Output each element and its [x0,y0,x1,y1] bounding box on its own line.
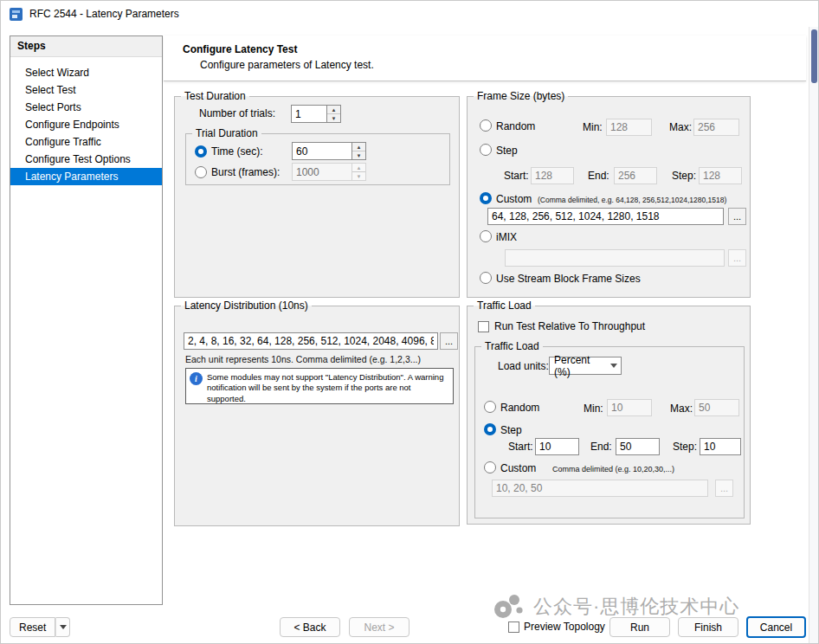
burst-frames-spinner: ▲ ▼ [292,163,366,181]
relative-throughput-label: Run Test Relative To Throughput [494,320,645,332]
relative-throughput-checkbox[interactable] [478,321,489,332]
steps-list: Select Wizard Select Test Select Ports C… [10,57,162,185]
spinner-up-icon[interactable]: ▲ [327,106,340,114]
spinner-buttons[interactable]: ▲ ▼ [351,142,366,160]
load-max-label: Max: [670,402,693,415]
cancel-button[interactable]: Cancel [746,616,806,638]
frame-size-random-label: Random [496,120,535,132]
frame-size-stepfield-label: Step: [672,170,696,182]
traffic-load-group-title: Traffic Load [474,299,535,312]
wizard-window: RFC 2544 - Latency Parameters Steps Sele… [0,0,819,644]
traffic-load-inner-group: Traffic Load Load units: Percent (%) Ran… [474,346,745,518]
frame-size-step-radio[interactable] [480,144,492,156]
load-custom-hint: Comma delimited (e.g. 10,20,30,...) [552,465,674,473]
burst-frames-input [292,163,351,181]
page-header: Configure Latency Test Configure paramet… [164,35,806,81]
reset-button[interactable]: Reset [10,617,55,637]
load-end-label: End: [590,441,612,453]
frame-size-custom-input[interactable] [487,208,724,225]
frame-size-max-label: Max: [669,121,692,133]
frame-size-min-label: Min: [583,121,603,133]
traffic-load-group: Traffic Load Run Test Relative To Throug… [467,306,751,525]
burst-frames-radio[interactable] [195,166,207,178]
frame-size-min-input [606,119,652,136]
load-stepfield-input[interactable] [700,438,741,455]
back-button[interactable]: < Back [280,617,340,637]
load-min-input [607,399,652,416]
frame-size-stepfield-input [699,167,742,184]
load-units-select[interactable]: Percent (%) [549,357,622,375]
load-units-value: Percent (%) [554,354,607,378]
chevron-down-icon [607,364,621,368]
spinner-down-icon: ▼ [352,172,365,180]
trial-duration-group: Trial Duration Time (sec): ▲ ▼ Burst (fr… [185,133,450,185]
spinner-up-icon[interactable]: ▲ [352,143,365,151]
finish-button[interactable]: Finish [678,617,738,637]
number-of-trials-spinner: ▲ ▼ [291,105,341,123]
reset-split-button: Reset [10,617,70,637]
frame-size-end-input [614,167,657,184]
trial-duration-group-title: Trial Duration [192,127,261,140]
load-custom-radio[interactable] [484,461,496,473]
spinner-buttons: ▲ ▼ [351,163,366,181]
sidebar-item-select-wizard[interactable]: Select Wizard [10,64,162,81]
frame-size-end-label: End: [588,170,609,182]
latency-distribution-group-title: Latency Distribution (10ns) [181,299,312,312]
frame-size-max-input [693,119,739,136]
number-of-trials-input[interactable] [291,105,326,123]
frame-size-imix-radio[interactable] [480,230,492,242]
steps-sidebar: Steps Select Wizard Select Test Select P… [10,35,163,605]
sidebar-item-configure-test-options[interactable]: Configure Test Options [10,151,162,168]
title-bar: RFC 2544 - Latency Parameters [1,1,818,27]
page-title: Configure Latency Test [183,43,297,55]
next-button: Next > [349,617,410,637]
time-sec-spinner: ▲ ▼ [292,142,366,160]
sidebar-item-select-ports[interactable]: Select Ports [10,99,162,116]
sidebar-item-select-test[interactable]: Select Test [10,81,162,99]
frame-size-imix-input [505,249,725,267]
spinner-up-icon: ▲ [352,164,365,172]
load-start-input[interactable] [535,438,579,455]
sidebar-item-configure-traffic[interactable]: Configure Traffic [10,133,162,151]
load-step-radio[interactable] [484,423,496,435]
test-duration-group: Test Duration Number of trials: ▲ ▼ Tria… [174,96,460,298]
frame-size-random-radio[interactable] [480,119,492,132]
load-custom-label: Custom [500,462,536,474]
load-step-label: Step [500,424,522,436]
spinner-buttons[interactable]: ▲ ▼ [326,105,341,123]
latency-distribution-browse-button[interactable]: ... [440,332,458,350]
time-sec-label: Time (sec): [211,145,263,158]
number-of-trials-label: Number of trials: [199,107,275,119]
run-button[interactable]: Run [609,617,670,637]
load-units-label: Load units: [498,360,549,372]
spinner-down-icon[interactable]: ▼ [352,151,365,159]
spinner-down-icon[interactable]: ▼ [327,114,340,122]
load-random-label: Random [500,402,539,414]
latency-distribution-group: Latency Distribution (10ns) ... Each uni… [174,306,460,526]
frame-size-custom-radio[interactable] [480,192,492,204]
frame-size-start-input [531,167,574,184]
sidebar-item-configure-endpoints[interactable]: Configure Endpoints [10,116,162,133]
frame-size-start-label: Start: [504,170,529,182]
load-end-input[interactable] [616,438,660,455]
load-custom-browse-button: ... [715,480,733,497]
traffic-load-inner-group-title: Traffic Load [481,340,543,353]
sidebar-item-latency-parameters[interactable]: Latency Parameters [10,168,162,185]
frame-size-group: Frame Size (bytes) Random Min: Max: Step… [467,96,751,298]
frame-size-custom-label: Custom [496,193,532,205]
frame-size-imix-label: iMIX [496,231,517,243]
frame-size-custom-browse-button[interactable]: ... [728,208,746,225]
frame-size-stream-block-radio[interactable] [480,272,492,284]
load-custom-input [492,480,708,497]
preview-topology-checkbox[interactable] [508,621,519,633]
app-icon [10,8,23,21]
burst-frames-label: Burst (frames): [211,166,280,178]
load-random-radio[interactable] [484,401,496,413]
vertical-scrollbar[interactable] [809,27,818,644]
scrollbar-thumb[interactable] [811,29,817,83]
latency-distribution-input[interactable] [184,332,438,350]
time-sec-input[interactable] [292,142,351,160]
page-content: Test Duration Number of trials: ▲ ▼ Tria… [164,82,806,605]
reset-dropdown-button[interactable] [55,617,70,637]
time-sec-radio[interactable] [195,145,207,158]
